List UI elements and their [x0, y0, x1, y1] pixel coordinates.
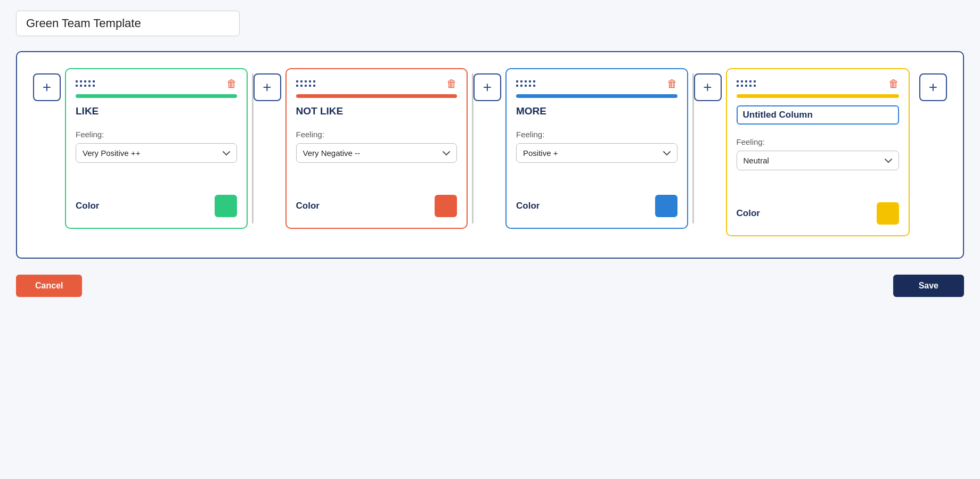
color-label-more: Color [516, 201, 540, 211]
columns-row: + 🗑 LIKE Feeling: Very Positive ++ Posit… [33, 68, 947, 236]
card-untitled: 🗑 Feeling: Very Positive ++ Positive + N… [726, 68, 910, 236]
color-swatch-untitled[interactable] [877, 202, 899, 225]
bottom-bar: Cancel Save [16, 275, 964, 297]
card-top-untitled: 🗑 [737, 78, 900, 90]
drag-icon-like[interactable] [76, 80, 95, 87]
save-button[interactable]: Save [893, 275, 964, 297]
color-label-untitled: Color [737, 208, 760, 219]
color-row-like: Color [76, 195, 237, 217]
add-col-btn-wrap-1: + [254, 68, 281, 101]
column-untitled-wrapper: 🗑 Feeling: Very Positive ++ Positive + N… [722, 68, 914, 236]
color-row-untitled: Color [737, 202, 900, 225]
card-top-more: 🗑 [516, 78, 677, 90]
col-bar-not-like [296, 94, 458, 98]
add-column-button-4[interactable]: + [919, 73, 947, 101]
add-column-button-1[interactable]: + [254, 73, 281, 101]
add-column-button-3[interactable]: + [694, 73, 722, 101]
drag-icon-not-like[interactable] [296, 80, 316, 87]
color-row-not-like: Color [296, 195, 458, 217]
color-swatch-like[interactable] [215, 195, 237, 217]
feeling-select-untitled[interactable]: Very Positive ++ Positive + Neutral Nega… [737, 151, 900, 170]
feeling-label-more: Feeling: [516, 130, 677, 139]
add-col-btn-wrap-0: + [33, 68, 61, 101]
color-row-more: Color [516, 195, 677, 217]
delete-col-like-button[interactable]: 🗑 [226, 78, 237, 90]
column-like-wrapper: 🗑 LIKE Feeling: Very Positive ++ Positiv… [61, 68, 254, 229]
card-more: 🗑 MORE Feeling: Very Positive ++ Positiv… [505, 68, 688, 229]
card-not-like: 🗑 NOT LIKE Feeling: Very Positive ++ Pos… [285, 68, 468, 229]
card-like: 🗑 LIKE Feeling: Very Positive ++ Positiv… [65, 68, 248, 229]
add-col-btn-wrap-2: + [473, 68, 501, 101]
delete-col-untitled-button[interactable]: 🗑 [888, 78, 899, 90]
delete-col-not-like-button[interactable]: 🗑 [446, 78, 457, 90]
add-col-btn-wrap-3: + [694, 68, 722, 101]
column-not-like-wrapper: 🗑 NOT LIKE Feeling: Very Positive ++ Pos… [281, 68, 474, 229]
add-column-button-0[interactable]: + [33, 73, 61, 101]
add-column-button-2[interactable]: + [473, 73, 501, 101]
col-title-like: LIKE [76, 105, 237, 117]
cancel-button[interactable]: Cancel [16, 275, 82, 297]
col-title-more: MORE [516, 105, 677, 117]
drag-icon-untitled[interactable] [737, 80, 756, 87]
card-top-not-like: 🗑 [296, 78, 458, 90]
feeling-label-not-like: Feeling: [296, 130, 458, 139]
col-bar-like [76, 94, 237, 98]
delete-col-more-button[interactable]: 🗑 [667, 78, 677, 90]
feeling-select-not-like[interactable]: Very Positive ++ Positive + Neutral Nega… [296, 143, 458, 163]
board-container: + 🗑 LIKE Feeling: Very Positive ++ Posit… [16, 51, 964, 259]
drag-icon-more[interactable] [516, 80, 536, 87]
column-more-wrapper: 🗑 MORE Feeling: Very Positive ++ Positiv… [501, 68, 694, 229]
feeling-label-like: Feeling: [76, 130, 237, 139]
color-label-not-like: Color [296, 201, 320, 211]
page-title-input[interactable] [16, 11, 240, 36]
col-bar-more [516, 94, 677, 98]
color-label-like: Color [76, 201, 99, 211]
add-col-btn-wrap-4: + [919, 68, 947, 101]
col-bar-untitled [737, 94, 900, 98]
card-top-like: 🗑 [76, 78, 237, 90]
feeling-select-more[interactable]: Very Positive ++ Positive + Neutral Nega… [516, 143, 677, 163]
col-title-not-like: NOT LIKE [296, 105, 458, 117]
color-swatch-not-like[interactable] [435, 195, 457, 217]
feeling-label-untitled: Feeling: [737, 137, 900, 146]
color-swatch-more[interactable] [655, 195, 677, 217]
col-title-input-untitled[interactable] [737, 105, 900, 125]
feeling-select-like[interactable]: Very Positive ++ Positive + Neutral Nega… [76, 143, 237, 163]
